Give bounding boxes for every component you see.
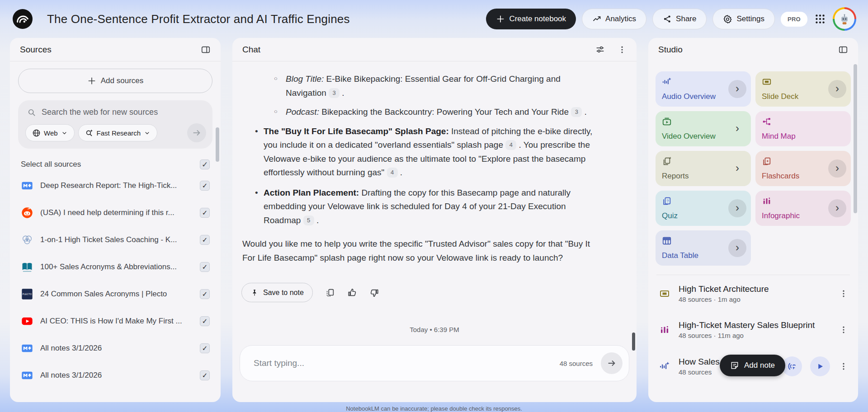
search-input[interactable] xyxy=(42,108,204,117)
infographic-icon xyxy=(658,324,670,336)
studio-item[interactable]: High-Ticket Mastery Sales Blueprint 48 s… xyxy=(658,320,849,339)
source-checkbox[interactable]: ✓ xyxy=(200,343,210,353)
chevron-right-icon[interactable] xyxy=(828,159,846,178)
sources-header: Sources xyxy=(10,38,221,61)
item-menu-icon[interactable] xyxy=(838,361,849,372)
workspace: Sources Add sources Web xyxy=(0,38,868,402)
chevron-right-icon[interactable] xyxy=(728,120,746,138)
pin-icon xyxy=(250,289,259,297)
add-sources-button[interactable]: Add sources xyxy=(18,69,212,93)
apps-grid-icon[interactable] xyxy=(813,12,827,26)
source-checkbox[interactable]: ✓ xyxy=(200,208,210,218)
copy-icon[interactable] xyxy=(325,288,335,298)
arrow-right-icon xyxy=(607,358,617,368)
citation-badge[interactable]: 4 xyxy=(387,168,398,178)
disclaimer-text: NotebookLM can be inaccurate; please dou… xyxy=(0,405,868,412)
flashcards-icon xyxy=(762,156,772,166)
citation-badge[interactable]: 5 xyxy=(303,215,314,225)
thumb-up-icon[interactable] xyxy=(347,288,357,298)
source-item[interactable]: Deep Research Report: The High-Tick... ✓ xyxy=(18,175,212,197)
source-item[interactable]: (USA) I need help determining if this r.… xyxy=(18,202,212,224)
research-mode-dropdown[interactable]: Fast Research xyxy=(78,124,158,141)
data-table-icon xyxy=(662,236,672,246)
web-source-dropdown[interactable]: Web xyxy=(25,124,75,141)
notebooklm-logo[interactable] xyxy=(12,8,33,30)
chevron-right-icon[interactable] xyxy=(728,159,746,178)
chat-scrollbar[interactable] xyxy=(632,332,635,351)
source-title: AI CEO: THIS is How I'd Make My First ..… xyxy=(40,317,193,326)
analytics-button[interactable]: Analytics xyxy=(582,9,646,29)
video-icon xyxy=(662,117,672,126)
tune-icon[interactable] xyxy=(595,45,605,54)
header-actions: Create notebook Analytics Share Settings… xyxy=(486,7,856,31)
chevron-right-icon[interactable] xyxy=(728,199,746,217)
source-item[interactable]: 1-on-1 High Ticket Sales Coaching - K...… xyxy=(18,229,212,251)
venn-icon xyxy=(21,234,33,246)
tile-data-table[interactable]: Data Table xyxy=(656,230,751,266)
studio-scrollbar[interactable] xyxy=(854,64,857,213)
studio-item[interactable]: High Ticket Architecture 48 sources · 1m… xyxy=(658,284,849,303)
chevron-right-icon[interactable] xyxy=(728,239,746,257)
tile-flashcards[interactable]: Flashcards xyxy=(755,151,851,186)
arrow-right-icon xyxy=(192,128,202,138)
source-checkbox[interactable]: ✓ xyxy=(200,262,210,272)
source-checkbox[interactable]: ✓ xyxy=(200,235,210,245)
source-checkbox[interactable]: ✓ xyxy=(200,289,210,299)
settings-button[interactable]: Settings xyxy=(712,9,774,29)
plus-icon xyxy=(87,76,96,85)
chevron-right-icon[interactable] xyxy=(828,80,846,98)
chevron-right-icon[interactable] xyxy=(728,80,746,98)
markdown-icon xyxy=(21,179,33,192)
gear-icon xyxy=(723,14,732,24)
interactive-icon xyxy=(787,361,797,372)
source-item[interactable]: All notes 3/1/2026 ✓ xyxy=(18,365,212,386)
source-checkbox[interactable]: ✓ xyxy=(200,370,210,380)
tile-infographic[interactable]: Infographic xyxy=(755,191,851,226)
panel-collapse-icon[interactable] xyxy=(201,45,211,55)
tile-mind-map[interactable]: Mind Map xyxy=(755,111,851,146)
panel-expand-icon[interactable] xyxy=(838,45,848,55)
source-item[interactable]: 100+ Sales Acronyms & Abbreviations... ✓ xyxy=(18,256,212,278)
studio-tiles: Audio Overview Slide Deck Video Overview… xyxy=(648,61,858,266)
sources-scrollbar[interactable] xyxy=(216,127,219,162)
item-menu-icon[interactable] xyxy=(838,288,849,299)
tile-audio-overview[interactable]: Audio Overview xyxy=(656,71,751,107)
share-button[interactable]: Share xyxy=(652,9,707,29)
citation-badge[interactable]: 3 xyxy=(571,107,582,117)
source-item[interactable]: AI CEO: THIS is How I'd Make My First ..… xyxy=(18,310,212,332)
chat-bullet: Blog Title: E-Bike Bikepacking: Essentia… xyxy=(241,72,601,100)
trending-icon xyxy=(592,14,601,23)
select-all-checkbox[interactable]: ✓ xyxy=(200,159,210,169)
citation-badge[interactable]: 4 xyxy=(505,140,516,150)
create-notebook-button[interactable]: Create notebook xyxy=(486,9,576,29)
chat-input[interactable] xyxy=(254,358,560,368)
add-note-button[interactable]: Add note xyxy=(720,355,785,376)
item-menu-icon[interactable] xyxy=(838,324,849,335)
notebooklm-app: The One-Sentence Profit Extractor and AI… xyxy=(0,0,868,412)
search-submit-button[interactable] xyxy=(187,123,206,142)
source-title: (USA) I need help determining if this r.… xyxy=(40,208,193,217)
studio-title: Studio xyxy=(658,45,683,55)
thumb-down-icon[interactable] xyxy=(369,288,379,298)
quiz-icon: ? xyxy=(662,196,672,206)
source-checkbox[interactable]: ✓ xyxy=(200,316,210,326)
tile-quiz[interactable]: ? Quiz xyxy=(656,191,751,226)
chevron-right-icon[interactable] xyxy=(828,199,846,217)
mind-map-icon xyxy=(762,117,772,126)
add-note-label: Add note xyxy=(744,361,775,370)
chat-menu-icon[interactable] xyxy=(618,45,627,54)
tile-reports[interactable]: Reports xyxy=(656,151,751,186)
robot-avatar xyxy=(838,12,851,26)
studio-header: Studio xyxy=(648,38,858,61)
save-to-note-button[interactable]: Save to note xyxy=(241,283,313,302)
source-item[interactable]: All notes 3/1/2026 ✓ xyxy=(18,337,212,359)
tile-video-overview[interactable]: Video Overview xyxy=(656,111,751,146)
avatar[interactable] xyxy=(833,7,856,31)
send-button[interactable] xyxy=(601,352,623,374)
source-item[interactable]: PLECTO 24 Common Sales Acronyms | Plecto… xyxy=(18,283,212,305)
web-search-box: Web Fast Research xyxy=(18,100,212,149)
play-button[interactable] xyxy=(810,356,830,376)
source-checkbox[interactable]: ✓ xyxy=(200,181,210,191)
citation-badge[interactable]: 3 xyxy=(329,88,340,98)
tile-slide-deck[interactable]: Slide Deck xyxy=(755,71,851,107)
